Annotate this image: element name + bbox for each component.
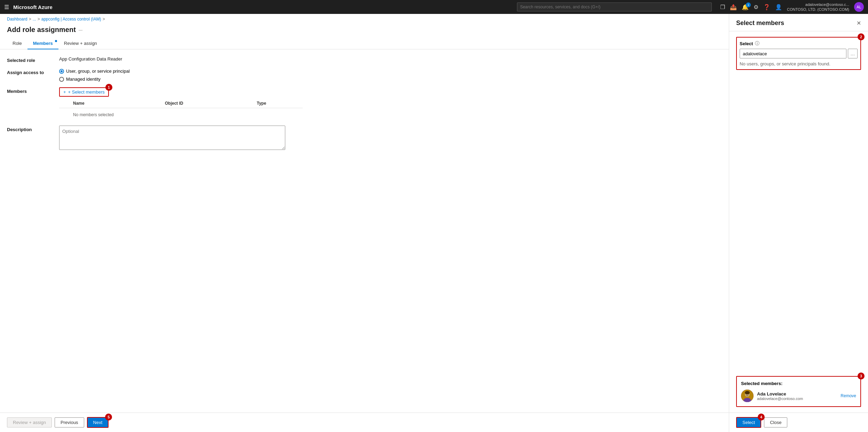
col-header-name: Name <box>59 101 165 106</box>
annotation-badge-2: 2 <box>858 33 865 40</box>
annotation-badge-4: 4 <box>758 414 765 421</box>
radio-managed-circle <box>59 77 64 82</box>
members-label: Members <box>7 87 52 94</box>
panel-spacer <box>736 74 861 372</box>
directory-icon[interactable]: 👤 <box>775 4 782 10</box>
topbar-icons: ❐ 📤 🔔 1 ⚙ ❓ 👤 adalovelace@contoso.c... C… <box>720 2 864 12</box>
content-area: Selected role App Configuration Data Rea… <box>0 49 729 413</box>
panel-body: 2 Select ⓘ … No users, groups, or servic… <box>729 31 868 413</box>
no-members-text: No members selected <box>59 110 303 120</box>
right-panel: Select members ✕ 2 Select ⓘ … No users, … <box>729 14 868 432</box>
panel-header: Select members ✕ <box>729 14 868 31</box>
svg-point-6 <box>745 391 750 394</box>
left-panel: Dashboard > ... > appconfig | Access con… <box>0 14 729 432</box>
tab-members-dot <box>55 40 57 42</box>
user-org: CONTOSO, LTD. (CONTOSO.COM) <box>787 7 849 12</box>
settings-icon[interactable]: ⚙ <box>754 4 758 10</box>
notifications-wrap[interactable]: 🔔 1 <box>742 4 749 10</box>
selected-role-label: Selected role <box>7 56 52 63</box>
tab-members[interactable]: Members <box>27 38 58 49</box>
panel-select-button[interactable]: Select <box>736 417 761 428</box>
radio-user-circle <box>59 69 64 74</box>
select-members-plus: + <box>63 89 66 95</box>
selected-members-box: Selected members: <box>736 376 861 407</box>
col-header-type: Type <box>257 101 303 106</box>
selected-members-title: Selected members: <box>741 381 856 386</box>
annotation-badge-1: 1 <box>105 84 112 91</box>
col-header-id: Object ID <box>165 101 257 106</box>
description-label: Description <box>7 126 52 132</box>
topbar: ☰ Microsoft Azure ❐ 📤 🔔 1 ⚙ ❓ 👤 adalovel… <box>0 0 868 14</box>
user-account[interactable]: adalovelace@contoso.c... CONTOSO, LTD. (… <box>787 2 849 12</box>
description-row: Description <box>7 126 722 150</box>
tab-review[interactable]: Review + assign <box>58 38 103 49</box>
info-icon[interactable]: ⓘ <box>755 40 759 47</box>
no-results-text: No users, groups, or service principals … <box>740 61 858 66</box>
breadcrumb-sep3: > <box>103 17 105 22</box>
bottom-bar: Review + assign Previous Next 5 <box>0 413 729 432</box>
radio-user[interactable]: User, group, or service principal <box>59 69 130 74</box>
breadcrumb-dashboard[interactable]: Dashboard <box>7 17 27 22</box>
members-row: Members + + Select members 1 Name Objec <box>7 87 722 120</box>
page-title: Add role assignment <box>7 26 76 34</box>
panel-close-button[interactable]: ✕ <box>857 20 861 26</box>
breadcrumb-middle[interactable]: ... <box>33 17 36 22</box>
search-input[interactable] <box>740 49 846 58</box>
global-search-input[interactable] <box>517 2 712 11</box>
members-table-body: No members selected <box>59 110 303 120</box>
members-controls: + + Select members 1 Name Object ID Type <box>59 87 303 120</box>
panel-close-btn[interactable]: Close <box>764 417 787 427</box>
search-box-container: 2 Select ⓘ … No users, groups, or servic… <box>736 37 861 70</box>
assign-access-label: Assign access to <box>7 69 52 75</box>
search-label: Select <box>740 41 753 46</box>
members-table-header: Name Object ID Type <box>59 101 303 108</box>
select-members-button[interactable]: + + Select members <box>59 87 109 97</box>
search-more-button[interactable]: … <box>848 49 858 58</box>
panel-select-btn-wrap: Select 4 <box>736 417 761 428</box>
member-name: Ada Lovelace <box>757 391 837 397</box>
select-members-label: + Select members <box>68 89 105 95</box>
notification-count: 1 <box>746 2 751 7</box>
radio-user-label: User, group, or service principal <box>66 69 130 74</box>
help-icon[interactable]: ❓ <box>763 4 770 10</box>
member-avatar <box>741 390 754 402</box>
cloud-shell-icon[interactable]: ❐ <box>720 4 725 10</box>
selected-role-value: App Configuration Data Reader <box>59 56 122 62</box>
previous-button[interactable]: Previous <box>55 417 84 427</box>
panel-footer: Select 4 Close <box>729 413 868 432</box>
tab-role[interactable]: Role <box>7 38 27 49</box>
radio-group: User, group, or service principal Manage… <box>59 69 130 82</box>
app-title: Microsoft Azure <box>13 4 53 10</box>
search-label-row: Select ⓘ <box>740 40 858 47</box>
remove-member-button[interactable]: Remove <box>841 393 856 398</box>
page-header: Add role assignment ··· <box>0 23 729 34</box>
breadcrumb: Dashboard > ... > appconfig | Access con… <box>0 14 729 23</box>
radio-managed[interactable]: Managed identity <box>59 77 130 82</box>
breadcrumb-page[interactable]: appconfig | Access control (IAM) <box>41 17 101 22</box>
selected-role-row: Selected role App Configuration Data Rea… <box>7 56 722 63</box>
user-name: adalovelace@contoso.c... <box>787 2 849 7</box>
hamburger-icon[interactable]: ☰ <box>4 4 9 10</box>
annotation-badge-5: 5 <box>105 414 112 421</box>
avatar[interactable]: AL <box>854 2 864 12</box>
page-more-icon[interactable]: ··· <box>79 27 83 33</box>
search-input-row: … <box>740 49 858 58</box>
select-members-badge-wrap: + + Select members 1 <box>59 87 109 97</box>
search-box: Select ⓘ … No users, groups, or service … <box>736 37 861 70</box>
panel-title: Select members <box>736 19 784 27</box>
member-avatar-svg <box>741 390 754 402</box>
member-info: Ada Lovelace adalovelace@contoso.com <box>757 391 837 401</box>
breadcrumb-sep2: > <box>38 17 40 22</box>
review-assign-button[interactable]: Review + assign <box>7 417 52 427</box>
assign-access-row: Assign access to User, group, or service… <box>7 69 722 82</box>
breadcrumb-sep1: > <box>29 17 31 22</box>
radio-managed-label: Managed identity <box>66 77 101 82</box>
annotation-badge-3: 3 <box>858 373 865 379</box>
tabs: Role Members Review + assign <box>0 34 729 49</box>
members-table: Name Object ID Type No members selected <box>59 101 303 120</box>
next-btn-wrap: Next 5 <box>87 417 109 428</box>
feedback-icon[interactable]: 📤 <box>730 4 737 10</box>
member-item: Ada Lovelace adalovelace@contoso.com Rem… <box>741 390 856 402</box>
description-textarea[interactable] <box>59 126 285 150</box>
main-layout: Dashboard > ... > appconfig | Access con… <box>0 14 868 432</box>
